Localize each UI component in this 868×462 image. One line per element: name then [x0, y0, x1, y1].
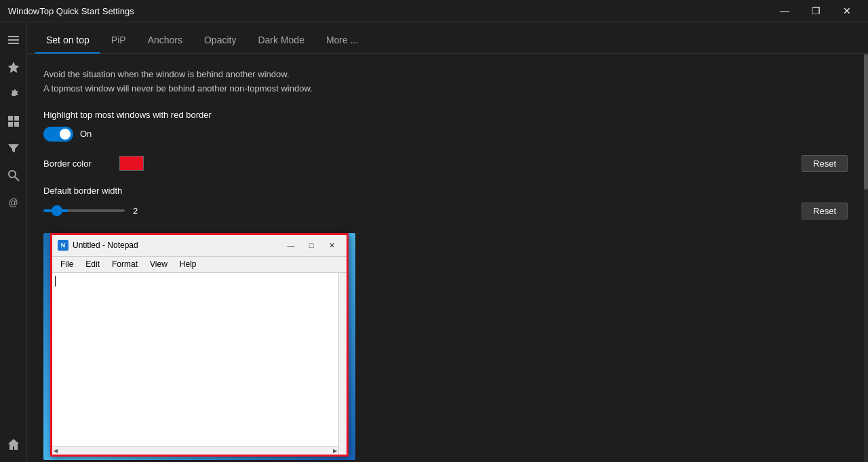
tab-anchors[interactable]: Anchors — [137, 28, 193, 54]
toggle-track — [43, 127, 73, 142]
notepad-app-icon: N — [58, 240, 68, 251]
tab-set-on-top[interactable]: Set on top — [35, 28, 100, 54]
sidebar-item-menu[interactable] — [1, 28, 26, 52]
notepad-menu-view[interactable]: View — [144, 258, 173, 270]
tab-bar: Set on top PiP Anchors Opacity Dark Mode… — [27, 28, 868, 54]
settings-icon — [7, 88, 20, 100]
content-scrollbar[interactable] — [864, 54, 868, 462]
notepad-menubar: File Edit Format View Help — [52, 257, 347, 273]
svg-line-9 — [15, 177, 19, 181]
home-icon — [7, 438, 20, 450]
reset-border-color-button[interactable]: Reset — [802, 155, 848, 172]
sidebar-item-settings[interactable] — [1, 82, 26, 106]
slider-section-label: Default border width — [43, 186, 848, 196]
notepad-menu-file[interactable]: File — [55, 258, 79, 270]
border-width-slider[interactable] — [43, 209, 125, 212]
description-line1: Avoid the situation when the window is b… — [43, 68, 848, 82]
toggle-row: On — [43, 127, 848, 142]
sidebar-item-search[interactable] — [1, 163, 26, 188]
tab-opacity[interactable]: Opacity — [193, 28, 247, 54]
notepad-title-text: Untitled - Notepad — [73, 240, 277, 250]
close-button[interactable]: ✕ — [831, 0, 863, 22]
svg-rect-7 — [14, 122, 19, 127]
slider-row: 2 Reset — [43, 203, 848, 219]
svg-rect-0 — [8, 36, 19, 37]
svg-rect-2 — [8, 43, 19, 44]
toggle-thumb — [60, 129, 71, 140]
content-scroll-area: Avoid the situation when the window is b… — [27, 54, 868, 462]
notepad-close-button[interactable]: ✕ — [322, 238, 341, 252]
svg-rect-5 — [14, 116, 19, 121]
content-panel: Avoid the situation when the window is b… — [27, 54, 864, 462]
sidebar-item-home[interactable] — [1, 432, 26, 457]
search-icon — [7, 169, 20, 182]
notepad-body[interactable]: ◀ ▶ — [52, 273, 347, 455]
notepad-minimize-button[interactable]: — — [281, 238, 300, 252]
sidebar-item-grid[interactable] — [1, 109, 26, 133]
svg-rect-1 — [8, 39, 19, 41]
border-color-row: Border color Reset — [43, 155, 848, 172]
sidebar-item-at[interactable]: @ — [1, 190, 26, 215]
tab-dark-mode[interactable]: Dark Mode — [247, 28, 315, 54]
notepad-menu-help[interactable]: Help — [174, 258, 202, 270]
svg-rect-6 — [8, 122, 13, 127]
tab-pip[interactable]: PiP — [100, 28, 137, 54]
border-color-label: Border color — [43, 159, 111, 169]
notepad-cursor — [55, 276, 56, 287]
notepad-titlebar: N Untitled - Notepad — □ ✕ — [52, 235, 347, 257]
maximize-button[interactable]: ❐ — [800, 0, 831, 22]
svg-point-8 — [9, 171, 16, 177]
toggle-label: On — [80, 129, 92, 139]
scrollbar-thumb — [864, 54, 868, 190]
svg-marker-3 — [7, 62, 19, 73]
highlight-toggle[interactable] — [43, 127, 73, 142]
sidebar-item-filter[interactable] — [1, 136, 26, 161]
main-layout: @ Set on top PiP Anchors Opacity Dark Mo… — [0, 22, 868, 462]
grid-icon — [7, 115, 20, 127]
tab-more[interactable]: More ... — [315, 28, 369, 54]
notepad-scrollbar-vertical[interactable] — [338, 273, 347, 455]
content-area: Set on top PiP Anchors Opacity Dark Mode… — [27, 22, 868, 462]
notepad-window: N Untitled - Notepad — □ ✕ File — [50, 233, 349, 457]
notepad-icon-letter: N — [61, 242, 66, 249]
app-title: WindowTop Quick Start Settings — [5, 6, 134, 16]
notepad-controls: — □ ✕ — [281, 238, 341, 252]
notepad-menu-edit[interactable]: Edit — [80, 258, 105, 270]
title-bar-controls: — ❐ ✕ — [769, 0, 863, 22]
notepad-menu-format[interactable]: Format — [106, 258, 143, 270]
notepad-scrollbar-horizontal[interactable]: ◀ ▶ — [52, 446, 338, 455]
notepad-maximize-button[interactable]: □ — [302, 238, 321, 252]
description-line2: A topmost window will never be behind an… — [43, 82, 848, 96]
sidebar: @ — [0, 22, 27, 462]
svg-rect-4 — [8, 116, 13, 121]
filter-icon — [7, 142, 20, 154]
menu-icon — [7, 34, 20, 46]
scroll-right-icon: ▶ — [333, 448, 337, 454]
reset-border-width-button[interactable]: Reset — [802, 203, 848, 219]
preview-container: N Untitled - Notepad — □ ✕ File — [43, 233, 355, 460]
star-icon — [7, 61, 20, 73]
minimize-button[interactable]: — — [769, 0, 800, 22]
description-text: Avoid the situation when the window is b… — [43, 68, 848, 96]
title-bar: WindowTop Quick Start Settings — ❐ ✕ — [0, 0, 868, 22]
sidebar-item-star[interactable] — [1, 55, 26, 79]
slider-value: 2 — [133, 206, 146, 216]
scroll-left-icon: ◀ — [54, 448, 58, 454]
highlight-section-label: Highlight top most windows with red bord… — [43, 110, 848, 120]
border-color-swatch[interactable] — [119, 156, 144, 171]
